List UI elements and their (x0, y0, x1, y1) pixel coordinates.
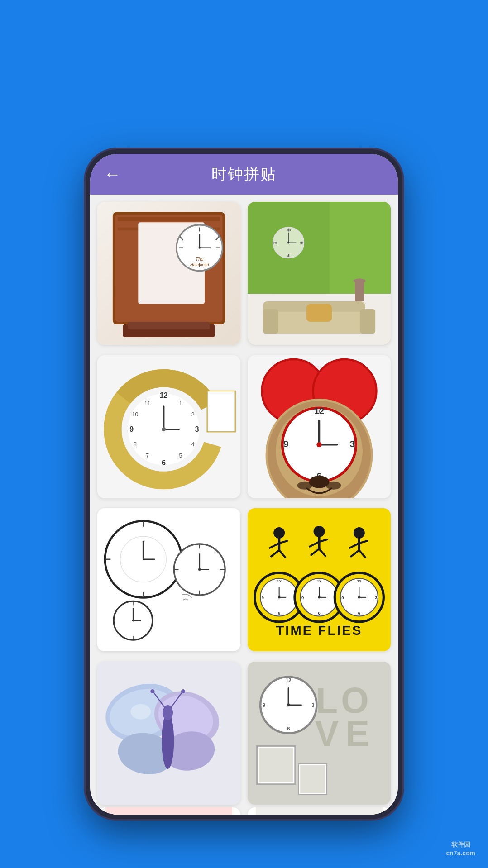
svg-point-59 (162, 427, 166, 431)
svg-rect-181 (300, 765, 325, 793)
back-button[interactable]: ← (104, 166, 121, 183)
svg-text:Hammond: Hammond (190, 262, 210, 267)
svg-text:9: 9 (341, 596, 344, 600)
list-item[interactable]: 12 6 9 3 12 6 9 3 (248, 508, 391, 651)
svg-text:3: 3 (375, 596, 377, 600)
svg-text:The: The (196, 257, 204, 262)
wooden-clock-svg: The Hammond (97, 202, 240, 345)
app-bar-title: 时钟拼贴 (211, 164, 277, 185)
watermark-line2: cn7a.com (446, 849, 475, 858)
svg-point-29 (287, 242, 290, 244)
app-bar: ← 时钟拼贴 (90, 154, 398, 195)
svg-text:V: V (315, 713, 339, 754)
watermark-line1: 软件园 (446, 840, 475, 849)
room-clock-svg: XII VI III IX (248, 202, 391, 345)
svg-text:12: 12 (357, 579, 361, 583)
svg-text:TIME FLIES: TIME FLIES (276, 623, 362, 638)
phone-screen: ← 时钟拼贴 (90, 154, 398, 815)
svg-text:2: 2 (191, 411, 195, 418)
svg-text:4: 4 (191, 441, 195, 447)
svg-text:9: 9 (263, 702, 265, 708)
golden-clock-svg: 12 6 9 3 1 2 10 11 8 7 4 5 (97, 355, 240, 498)
svg-rect-60 (207, 391, 235, 432)
love-clock-svg: L O V E 12 6 3 9 (248, 662, 391, 805)
svg-text:3: 3 (311, 702, 314, 708)
list-item[interactable] (97, 508, 240, 651)
list-item[interactable]: XII VI III IX (248, 202, 391, 345)
multi-clock-svg (97, 508, 240, 651)
watermark: 软件园 cn7a.com (446, 840, 475, 858)
time-flies-svg: 12 6 9 3 12 6 9 3 (252, 515, 386, 647)
mickey-clock-svg: 12 3 6 9 (248, 355, 391, 498)
svg-text:8: 8 (134, 441, 137, 447)
phone-body: ← 时钟拼贴 (86, 149, 402, 819)
svg-text:1: 1 (179, 400, 182, 406)
svg-text:6: 6 (358, 611, 360, 615)
svg-rect-37 (360, 309, 375, 334)
svg-rect-188 (256, 807, 383, 815)
svg-point-163 (130, 704, 151, 719)
svg-point-104 (273, 527, 285, 539)
svg-text:III: III (300, 241, 304, 245)
svg-text:VI: VI (287, 253, 291, 258)
svg-point-162 (181, 689, 185, 693)
list-item[interactable]: 12 6 9 3 1 2 10 11 8 7 4 5 (97, 355, 240, 498)
svg-text:9: 9 (262, 596, 264, 600)
svg-text:6: 6 (162, 458, 166, 466)
svg-rect-39 (355, 281, 364, 301)
list-item[interactable]: 12 (248, 807, 391, 815)
list-item[interactable]: 12 3 6 9 (248, 355, 391, 498)
svg-text:9: 9 (283, 439, 288, 449)
svg-text:IX: IX (273, 241, 277, 245)
list-item[interactable]: clock (97, 807, 240, 815)
svg-text:7: 7 (146, 452, 149, 458)
list-item[interactable] (97, 662, 240, 805)
phone-mockup: ← 时钟拼贴 (86, 149, 402, 819)
svg-rect-36 (263, 309, 278, 334)
svg-text:6: 6 (278, 611, 280, 615)
svg-text:12: 12 (277, 579, 281, 583)
svg-point-116 (354, 527, 365, 539)
svg-text:12: 12 (317, 579, 321, 583)
svg-rect-179 (259, 748, 293, 782)
svg-rect-2 (118, 217, 220, 221)
svg-text:10: 10 (132, 411, 139, 418)
svg-text:12: 12 (286, 677, 292, 683)
svg-text:E: E (345, 713, 369, 754)
svg-point-148 (358, 596, 360, 598)
svg-point-78 (309, 476, 329, 488)
list-item[interactable]: L O V E 12 6 3 9 (248, 662, 391, 805)
bottom-partial-row: clock 12 (90, 807, 398, 815)
svg-text:5: 5 (179, 452, 182, 458)
svg-point-130 (278, 596, 280, 598)
svg-rect-18 (128, 322, 210, 329)
svg-text:3: 3 (195, 425, 199, 433)
svg-point-139 (318, 596, 320, 598)
svg-text:6: 6 (318, 611, 320, 615)
clock-grid: The Hammond (90, 195, 398, 815)
butterfly-clock-svg (97, 662, 240, 805)
heart-clock-svg: clock (97, 807, 240, 815)
svg-point-110 (314, 526, 325, 537)
svg-point-40 (354, 278, 366, 283)
partial-clock-svg: 12 (248, 807, 391, 815)
svg-text:6: 6 (287, 726, 290, 731)
svg-point-160 (150, 689, 154, 693)
svg-text:9: 9 (301, 596, 304, 600)
svg-text:3: 3 (350, 439, 355, 449)
svg-rect-38 (306, 304, 332, 322)
svg-point-157 (162, 712, 174, 768)
svg-point-75 (316, 442, 321, 447)
list-item[interactable]: The Hammond (97, 202, 240, 345)
svg-text:11: 11 (144, 400, 151, 406)
svg-text:9: 9 (129, 425, 134, 433)
svg-text:XII: XII (286, 228, 291, 232)
svg-rect-182 (105, 807, 232, 815)
svg-text:12: 12 (160, 391, 168, 399)
